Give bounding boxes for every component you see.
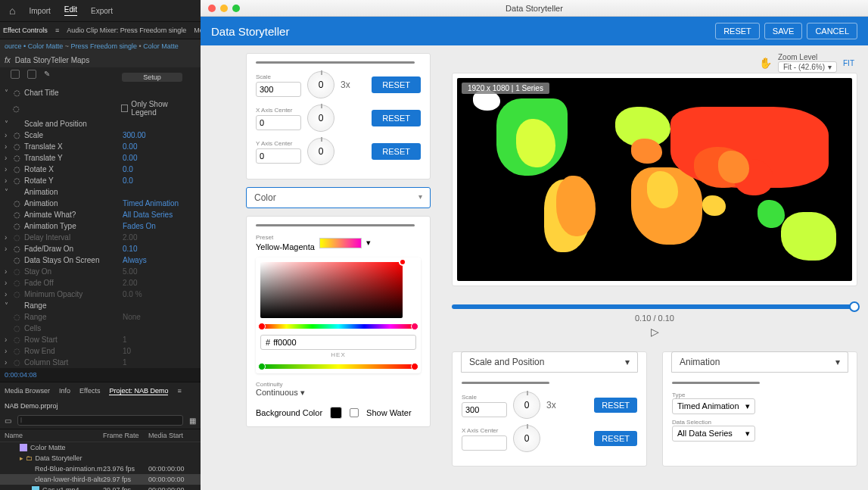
data-selection-select[interactable]: All Data Series▾ [672,426,755,442]
prop-stays[interactable]: ◌Data Stays On ScreenAlways [0,254,201,266]
prop-col-start[interactable]: ›◌Column Start1 [0,357,201,368]
bin-icon[interactable]: ▭ [5,417,11,425]
prop-rotate-y[interactable]: ›◌Rotate Y0.0 [0,175,201,186]
twisty-icon[interactable]: ˅ [5,120,14,128]
xcenter-knob[interactable]: 0 [513,425,540,452]
timecode[interactable]: 0:00:04:08 [0,368,201,382]
tab-effect-controls[interactable]: Effect Controls [3,27,48,34]
continuity-value[interactable]: Continuous ▾ [256,388,305,397]
tab-menu-icon[interactable]: ≡ [177,387,181,395]
menu-import[interactable]: Import [29,7,50,15]
timeline-handle[interactable] [849,301,860,312]
prop-fade-off[interactable]: ›◌Fade Off2.00 [0,277,201,289]
prop-animate-what[interactable]: ◌Animate What?All Data Series [0,209,201,220]
show-water-checkbox[interactable] [350,408,359,417]
range-section[interactable]: ˅Range [0,300,201,311]
rect-mask-icon[interactable] [27,70,36,79]
tab-info[interactable]: Info [59,387,70,395]
prop-row-end[interactable]: ›◌Row End10 [0,345,201,357]
color-picker-area[interactable] [260,262,403,318]
setup-button[interactable]: Setup [122,73,182,82]
tab-effects[interactable]: Effects [79,387,100,395]
save-button[interactable]: SAVE [764,23,803,39]
prop-translate-x[interactable]: ›◌Translate X0.00 [0,141,201,152]
zoom-dropdown[interactable]: Fit - (42.6%)▾ [778,61,837,73]
timeline-track[interactable] [452,304,857,309]
col-name[interactable]: Name [5,432,103,439]
xcenter-input[interactable] [462,435,507,451]
grad-handle-right[interactable] [411,363,418,370]
scale-section[interactable]: ˅ Scale and Position [0,118,201,130]
folder-data-storyteller[interactable]: ▸ 🗀Data Storyteller [0,453,201,463]
chart-title-row[interactable]: ˅ ◌ Chart Title [0,87,201,98]
project-search-input[interactable] [17,415,183,426]
scale-position-dropdown[interactable]: Scale and Position▾ [461,351,638,373]
prop-animation-type[interactable]: ◌Animation TypeFades On [0,220,201,232]
xcenter-reset-button[interactable]: RESET [372,110,421,126]
hex-input[interactable] [273,338,411,347]
type-select[interactable]: Timed Animation▾ [672,398,755,414]
scale-knob[interactable]: 0 [307,71,334,98]
file-clean-lower[interactable]: clean-lower-third-8-alte29.97 fps00:00:0… [0,474,201,485]
pen-mask-icon[interactable]: ✎ [44,70,50,85]
hue-handle-right[interactable] [411,323,418,330]
stopwatch-icon[interactable]: ◌ [13,105,23,113]
scale-input[interactable] [462,402,507,417]
home-icon[interactable]: ⌂ [9,5,15,17]
prop-translate-y[interactable]: ›◌Translate Y0.00 [0,152,201,164]
prop-delay[interactable]: ›◌Delay Interval2.00 [0,232,201,243]
anim-section[interactable]: ˅Animation [0,186,201,198]
bg-color-swatch[interactable] [330,407,342,419]
menu-export[interactable]: Export [91,7,113,15]
animation-dropdown[interactable]: Animation▾ [671,351,848,373]
fx-name[interactable]: Data StoryTeller Maps [15,56,89,64]
crumb-a[interactable]: ource • Color Matte [5,42,63,50]
menu-edit[interactable]: Edit [64,5,77,16]
hand-icon[interactable]: ✋ [759,57,772,69]
prop-rotate-x[interactable]: ›◌Rotate X0.0 [0,164,201,175]
only-show-legend-check[interactable]: Only Show Legend [121,100,190,117]
tab-audio-mixer[interactable]: Audio Clip Mixer: Press Freedom single [67,27,186,34]
ycenter-knob[interactable]: 0 [307,138,334,165]
play-button-icon[interactable]: ▷ [452,326,857,338]
col-start[interactable]: Media Start [148,432,183,439]
scale-knob[interactable]: 0 [513,392,540,419]
fit-button[interactable]: FIT [843,59,854,67]
prop-range[interactable]: ◌RangeNone [0,311,201,323]
color-section-dropdown[interactable]: Color ▾ [246,187,431,208]
ellipse-mask-icon[interactable] [11,70,20,79]
minimize-dot-icon[interactable] [220,5,228,12]
continuity-group[interactable]: Continuity Continuous ▾ [256,381,421,398]
file-gas[interactable]: Gas v1.mp429.97 fps00:00:00:00 [0,485,201,490]
crumb-c[interactable]: Color Matte [143,42,179,50]
prop-row-start[interactable]: ›◌Row Start1 [0,334,201,345]
scale-input[interactable] [256,82,301,97]
reset-all-button[interactable]: RESET [715,23,760,39]
crumb-b[interactable]: Press Freedom single [70,42,137,50]
close-dot-icon[interactable] [208,5,216,12]
chevron-down-icon[interactable]: ▾ [366,238,371,248]
scale-reset-button[interactable]: RESET [372,76,421,93]
folder-view-icon[interactable]: ▦ [189,417,196,425]
prop-scale[interactable]: ›◌Scale300.00 [0,130,201,141]
tab-project[interactable]: Project: NAB Demo [109,387,168,395]
hue-handle-left[interactable] [258,323,266,330]
cancel-button[interactable]: CANCEL [807,23,857,39]
xcenter-input[interactable] [256,115,301,130]
stopwatch-icon[interactable]: ◌ [14,89,24,97]
xcenter-knob[interactable]: 0 [307,105,334,132]
twisty-icon[interactable]: ˅ [5,89,14,97]
tab-media-browser[interactable]: Media Browser [5,387,50,395]
file-red-blue[interactable]: Red-Blue-animation.mp23.976 fps00:00:00:… [0,463,201,474]
tab-hamburger-icon[interactable]: ≡ [55,27,59,34]
prop-fade-on[interactable]: ›◌Fade/Draw On0.10 [0,243,201,254]
world-map-preview[interactable] [457,78,852,281]
preset-value[interactable]: Yellow-Magenta [256,242,315,251]
prop-animation[interactable]: ◌AnimationTimed Animation [0,198,201,209]
col-fps[interactable]: Frame Rate [103,432,148,439]
prop-cells[interactable]: ◌Cells [0,323,201,334]
prop-stay-on[interactable]: ›◌Stay On5.00 [0,266,201,277]
file-colormatte[interactable]: Color Matte [0,442,201,453]
scale-reset-button[interactable]: RESET [594,398,637,413]
grad-handle-left[interactable] [258,363,266,370]
